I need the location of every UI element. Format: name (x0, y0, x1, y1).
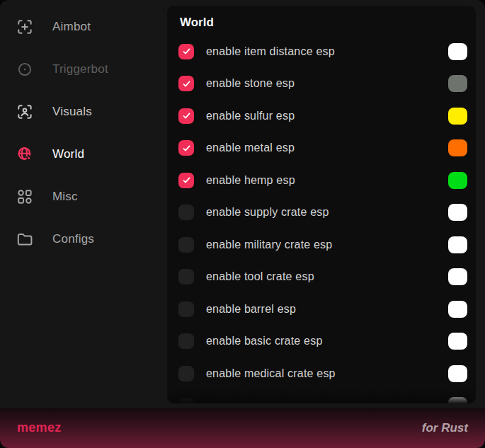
esp-option-label: enable stone esp (206, 77, 295, 90)
esp-option-label: enable military crate esp (206, 239, 332, 251)
esp-color-swatch[interactable] (448, 397, 467, 403)
sidebar-item-aimbot[interactable]: Aimbot (0, 6, 167, 48)
esp-option-label: enable barrel esp (206, 303, 296, 316)
panel-title: World (180, 16, 467, 33)
cheat-menu-window: Aimbot Triggerbot Visuals (0, 0, 485, 448)
esp-option-row: enable metal esp (178, 132, 467, 165)
esp-option-row: enable stone esp (178, 68, 467, 100)
esp-checkbox[interactable] (178, 76, 194, 91)
esp-checkbox[interactable] (178, 44, 194, 59)
triggerbot-target-icon (16, 60, 34, 79)
esp-checkbox[interactable] (178, 301, 194, 317)
esp-checkbox[interactable] (178, 108, 194, 124)
esp-color-swatch[interactable] (448, 108, 467, 125)
esp-option-label: enable sulfur esp (206, 110, 295, 122)
visuals-scan-person-icon (16, 103, 34, 121)
esp-option-row: enable hemp esp (178, 164, 467, 197)
esp-checkbox[interactable] (178, 205, 194, 220)
esp-option-label: enable medical crate esp (206, 367, 336, 380)
esp-option-label: enable basic crate esp (206, 335, 323, 348)
esp-color-swatch[interactable] (448, 75, 467, 92)
esp-option-row: enable barrel esp (178, 293, 467, 326)
sidebar-item-triggerbot[interactable]: Triggerbot (0, 48, 167, 91)
esp-option-row: enable basic crate esp (178, 326, 467, 358)
checkmark-icon (181, 110, 192, 121)
sidebar-item-label: Triggerbot (52, 62, 108, 76)
configs-folder-icon (16, 230, 34, 248)
misc-categories-icon (16, 188, 34, 206)
esp-option-row: enable supply crate esp (178, 197, 467, 229)
esp-color-swatch[interactable] (448, 301, 467, 318)
checkmark-icon (181, 143, 192, 154)
esp-color-swatch[interactable] (448, 204, 467, 221)
checkmark-icon (181, 175, 192, 185)
sidebar-item-misc[interactable]: Misc (0, 176, 167, 218)
sidebar-item-configs[interactable]: Configs (0, 218, 167, 260)
sidebar-item-label: Aimbot (52, 20, 91, 34)
esp-color-swatch[interactable] (448, 172, 467, 189)
esp-color-swatch[interactable] (448, 43, 467, 60)
esp-checkbox[interactable] (178, 269, 194, 285)
brand-name: memez (17, 420, 62, 435)
sidebar-item-label: Misc (52, 190, 78, 204)
esp-color-swatch[interactable] (448, 268, 467, 285)
sidebar-item-visuals[interactable]: Visuals (0, 91, 167, 133)
footer-bar: memez for Rust (0, 408, 485, 448)
esp-checkbox[interactable] (178, 333, 194, 349)
brand-tagline: for Rust (422, 421, 468, 435)
sidebar-item-label: Visuals (52, 105, 92, 119)
sidebar-item-label: World (52, 147, 84, 161)
esp-option-label: enable metal esp (206, 142, 295, 154)
esp-option-row: enable tool crate esp (178, 261, 467, 294)
checkmark-icon (181, 79, 192, 89)
esp-color-swatch[interactable] (448, 333, 467, 350)
esp-color-swatch[interactable] (448, 365, 467, 382)
sidebar-item-world[interactable]: World (0, 133, 167, 176)
esp-option-label: enable item distance esp (206, 45, 335, 58)
esp-color-swatch[interactable] (448, 236, 467, 253)
esp-checkbox[interactable] (178, 398, 194, 403)
sidebar-nav: Aimbot Triggerbot Visuals (0, 6, 167, 260)
esp-option-row: enable military crate esp (178, 229, 467, 261)
esp-checkbox[interactable] (178, 140, 194, 156)
esp-checkbox[interactable] (178, 366, 194, 381)
esp-option-label: enable tool crate esp (206, 270, 314, 283)
esp-checkbox[interactable] (178, 237, 194, 253)
esp-options-list: enable item distance esp enable stone es… (178, 35, 467, 403)
esp-option-row (178, 390, 467, 404)
esp-checkbox[interactable] (178, 173, 194, 188)
esp-option-row: enable sulfur esp (178, 100, 467, 132)
esp-option-row: enable item distance esp (178, 35, 467, 68)
checkmark-icon (181, 46, 192, 57)
sidebar-item-label: Configs (52, 232, 94, 246)
world-globe-icon (16, 145, 34, 163)
esp-color-swatch[interactable] (448, 139, 467, 156)
world-settings-panel: World enable item distance esp enable st… (167, 6, 476, 403)
esp-option-label: enable hemp esp (206, 174, 295, 187)
esp-option-label: enable supply crate esp (206, 206, 329, 219)
esp-option-row: enable medical crate esp (178, 357, 467, 390)
aimbot-crosshair-icon (16, 18, 34, 36)
